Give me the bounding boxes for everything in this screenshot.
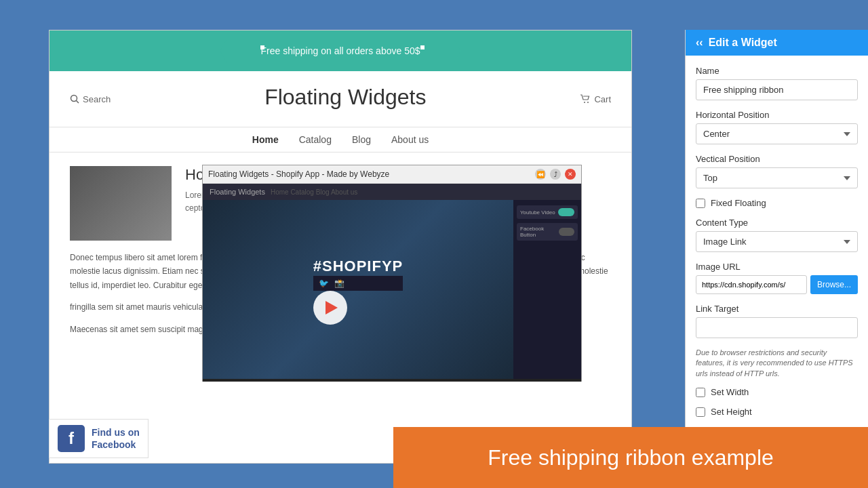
video-sidebar: Youtube Video Facebook Button (513, 200, 581, 379)
set-height-label: Set Height (711, 407, 752, 417)
horizontal-field-group: Horizontal Position Center Left Right (696, 110, 858, 144)
facebook-toggle[interactable] (559, 228, 574, 236)
video-header-title: Floating Widgets (210, 188, 265, 196)
fixed-floating-checkbox[interactable] (696, 199, 705, 208)
horizontal-label: Horizontal Position (696, 110, 858, 120)
image-url-label: Image URL (696, 262, 858, 272)
content-type-select[interactable]: Image Link Text HTML (696, 231, 858, 252)
edit-panel-header: ‹‹ Edit a Widget (686, 30, 868, 56)
image-url-row: Browse... (696, 275, 858, 294)
svg-point-2 (584, 102, 585, 103)
search-area: Search (70, 94, 111, 104)
set-height-checkbox[interactable] (696, 407, 705, 417)
video-play-button[interactable] (313, 291, 347, 325)
video-inner: Floating Widgets Home Catalog Blog About… (203, 184, 581, 382)
content-type-label: Content Type (696, 218, 858, 228)
video-thumbnail: #SHOPIFYP 🐦 📸 (203, 200, 513, 379)
video-main: #SHOPIFYP 🐦 📸 (203, 200, 513, 379)
cart-label: Cart (594, 94, 611, 104)
video-social-icons: 🐦 📸 (313, 276, 403, 291)
video-overlay: Floating Widgets - Shopify App - Made by… (202, 165, 582, 382)
video-close-icon[interactable]: ✕ (565, 169, 576, 180)
link-target-label: Link Target (696, 304, 858, 314)
video-content: #SHOPIFYP 🐦 📸 (203, 200, 581, 379)
nav-home[interactable]: Home (252, 134, 279, 145)
facebook-btn-label: Facebook Button (520, 226, 559, 238)
cart-icon (580, 94, 591, 104)
name-label: Name (696, 66, 858, 76)
vertical-label: Vectical Position (696, 154, 858, 164)
ribbon-text: Free shipping on all orders above 50$ (260, 45, 420, 56)
fixed-floating-group: Fixed Floating (696, 198, 858, 208)
store-browser: Free shipping on all orders above 50$ Se… (49, 30, 632, 464)
set-width-checkbox[interactable] (696, 388, 705, 397)
name-input[interactable] (696, 79, 858, 100)
video-hashtag: #SHOPIFYP (313, 254, 403, 276)
svg-point-0 (71, 96, 77, 102)
vertical-field-group: Vectical Position Top Middle Bottom (696, 154, 858, 188)
shipping-ribbon: Free shipping on all orders above 50$ (50, 30, 631, 71)
image-url-group: Image URL Browse... (696, 262, 858, 294)
twitter-icon: 🐦 (319, 279, 329, 288)
nav-catalog[interactable]: Catalog (299, 134, 332, 145)
edit-widget-panel: ‹‹ Edit a Widget Name Horizontal Positio… (685, 30, 868, 488)
set-width-group: Set Width (696, 387, 858, 397)
link-target-input[interactable] (696, 317, 858, 338)
facebook-widget[interactable]: f Find us on Facebook (49, 419, 149, 458)
fb-line1: Find us on (92, 426, 140, 439)
video-titlebar: Floating Widgets - Shopify App - Made by… (203, 165, 581, 184)
nav-blog[interactable]: Blog (352, 134, 371, 145)
fixed-floating-label: Fixed Floating (711, 198, 766, 208)
image-url-input[interactable] (696, 275, 807, 294)
video-header: Floating Widgets Home Catalog Blog About… (203, 184, 581, 200)
link-target-group: Link Target (696, 304, 858, 338)
back-arrow-icon[interactable]: ‹‹ (696, 37, 703, 49)
nav-about[interactable]: About us (391, 134, 429, 145)
set-height-group: Set Height (696, 407, 858, 417)
facebook-icon: f (58, 425, 85, 452)
vertical-select[interactable]: Top Middle Bottom (696, 167, 858, 188)
facebook-text: Find us on Facebook (92, 426, 140, 451)
edit-panel-title: Edit a Widget (709, 37, 777, 49)
video-title: Floating Widgets - Shopify App - Made by… (208, 169, 389, 179)
play-triangle-icon (326, 301, 338, 314)
youtube-label: Youtube Video (520, 209, 555, 216)
sidebar-facebook-item: Facebook Button (517, 223, 578, 241)
name-field-group: Name (696, 66, 858, 100)
set-width-row: Set Width (696, 387, 858, 397)
orange-banner: Free shipping ribbon example (393, 427, 868, 488)
instagram-icon: 📸 (334, 279, 344, 288)
video-minimize-icon[interactable]: ⏪ (535, 169, 546, 180)
content-type-group: Content Type Image Link Text HTML (696, 218, 858, 252)
edit-panel-content: Name Horizontal Position Center Left Rig… (686, 56, 868, 456)
search-label: Search (83, 94, 111, 104)
store-nav: Home Catalog Blog About us (50, 127, 631, 152)
video-share-icon[interactable]: ⤴ (550, 169, 561, 180)
svg-line-1 (77, 101, 79, 104)
horizontal-select[interactable]: Center Left Right (696, 123, 858, 144)
set-height-row: Set Height (696, 407, 858, 417)
fb-line2: Facebook (92, 439, 140, 451)
https-note: Due to browser restrictions and security… (696, 348, 858, 379)
store-header: Search Floating Widgets Cart (50, 71, 631, 127)
set-width-label: Set Width (711, 387, 749, 397)
search-icon (70, 94, 79, 104)
svg-point-3 (587, 102, 589, 103)
sidebar-youtube-item: Youtube Video (517, 205, 578, 219)
store-banner-image (70, 166, 172, 241)
youtube-toggle[interactable] (558, 208, 574, 216)
video-titlebar-icons: ⏪ ⤴ ✕ (535, 169, 576, 180)
cart-area: Cart (580, 94, 611, 104)
browse-button[interactable]: Browse... (810, 275, 858, 294)
ribbon-shape: Free shipping on all orders above 50$ (220, 39, 460, 63)
orange-banner-text: Free shipping ribbon example (488, 445, 774, 470)
store-title: Floating Widgets (264, 78, 426, 120)
fixed-floating-row: Fixed Floating (696, 198, 858, 208)
